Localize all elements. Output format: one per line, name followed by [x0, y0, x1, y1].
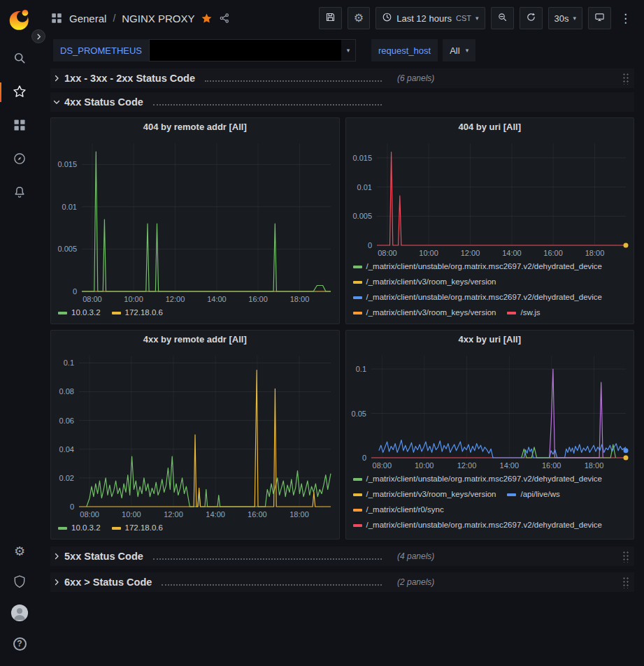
chevron-down-icon	[50, 98, 63, 106]
drag-handle-icon[interactable]	[622, 577, 630, 588]
legend-item[interactable]: /_matrix/client/unstable/org.matrix.msc2…	[353, 520, 603, 530]
legend-item[interactable]: /_matrix/client/v3/room_keys/version	[353, 307, 496, 318]
svg-text:0: 0	[73, 287, 77, 296]
breadcrumb-separator: /	[113, 13, 115, 24]
legend-item[interactable]: /_matrix/client/r0/sync	[353, 505, 444, 515]
row-title: 5xx Status Code	[64, 551, 143, 562]
panel-title[interactable]: 4xx by remote addr [All]	[51, 331, 339, 349]
legend-item[interactable]: 10.0.3.2	[58, 307, 101, 318]
svg-text:0.05: 0.05	[351, 410, 366, 418]
svg-text:10:00: 10:00	[122, 510, 141, 519]
svg-text:0: 0	[362, 454, 366, 462]
panel-title[interactable]: 404 by uri [All]	[346, 118, 634, 136]
sidebar-item-configuration[interactable]: ⚙	[0, 540, 39, 563]
timeseries-chart[interactable]: 08:0010:0012:0014:0016:0018:0000.020.040…	[51, 349, 339, 521]
svg-text:0.015: 0.015	[57, 160, 77, 168]
legend-swatch	[507, 312, 516, 314]
refresh-button[interactable]	[520, 7, 543, 29]
star-icon	[13, 85, 27, 101]
row-leader-dots	[162, 579, 382, 586]
favorite-star-icon[interactable]	[201, 13, 213, 24]
legend-label: /_matrix/client/unstable/org.matrix.msc2…	[366, 261, 603, 272]
legend-item[interactable]: /_matrix/client/v3/room_keys/version	[353, 489, 496, 500]
save-dashboard-button[interactable]	[319, 7, 342, 29]
legend-item[interactable]: /_matrix/client/unstable/org.matrix.msc2…	[353, 261, 603, 272]
chevron-down-icon: ▾	[573, 15, 576, 22]
tv-mode-button[interactable]	[588, 7, 611, 29]
breadcrumb: General / NGINX PROXY	[50, 12, 230, 24]
svg-text:0.01: 0.01	[62, 203, 77, 211]
save-icon	[325, 12, 336, 24]
dashboard-settings-button[interactable]: ⚙	[348, 7, 370, 29]
svg-text:08:00: 08:00	[372, 461, 392, 470]
variable-label-ds-prometheus[interactable]: DS_PROMETHEUS	[53, 39, 149, 61]
legend-item[interactable]: /_matrix/client/unstable/org.matrix.msc2…	[353, 292, 603, 303]
row-title: 4xx Status Code	[64, 96, 143, 108]
legend-item[interactable]: /_matrix/client/v3/room_keys/version	[353, 277, 496, 287]
sidebar-item-server-admin[interactable]	[0, 571, 39, 593]
timeseries-chart[interactable]: 08:0010:0012:0014:0016:0018:0000.050.1	[346, 349, 634, 472]
svg-text:0.06: 0.06	[59, 417, 74, 425]
time-range-picker[interactable]: Last 12 hours CST ▾	[375, 7, 485, 29]
panel-title[interactable]: 4xx by uri [All]	[346, 331, 634, 349]
svg-text:0.005: 0.005	[57, 245, 77, 253]
panel-404-by-uri: 404 by uri [All] 08:0010:0012:0014:0016:…	[345, 117, 635, 324]
panel-legend: /_matrix/client/unstable/org.matrix.msc2…	[346, 259, 634, 324]
svg-text:18:00: 18:00	[289, 510, 309, 519]
legend-item[interactable]: 10.0.3.2	[58, 523, 101, 533]
svg-text:0.08: 0.08	[59, 387, 74, 396]
grafana-logo-icon[interactable]	[6, 6, 33, 32]
legend-item[interactable]: 172.18.0.6	[112, 307, 163, 318]
timeseries-chart[interactable]: 08:0010:0012:0014:0016:0018:0000.0050.01…	[51, 136, 339, 305]
svg-text:12:00: 12:00	[166, 295, 185, 303]
legend-item[interactable]: 172.18.0.6	[112, 523, 163, 533]
sidebar-item-dashboards[interactable]	[0, 115, 39, 137]
sidebar-item-starred[interactable]	[0, 81, 39, 103]
drag-handle-icon[interactable]	[622, 73, 630, 85]
svg-text:10:00: 10:00	[419, 249, 438, 257]
row-5xx[interactable]: 5xx Status Code (4 panels)	[50, 546, 634, 566]
svg-text:10:00: 10:00	[124, 295, 143, 303]
legend-swatch	[353, 509, 362, 512]
chevron-down-icon: ▾	[475, 15, 479, 22]
legend-item[interactable]: /api/live/ws	[507, 489, 559, 500]
variable-select-request-host[interactable]: All ▾	[443, 39, 475, 61]
row-4xx[interactable]: 4xx Status Code	[50, 92, 634, 112]
variable-label-request-host[interactable]: request_host	[371, 39, 438, 61]
sidebar-bottom-group: ⚙	[0, 536, 39, 659]
kebab-menu-button[interactable]: ⋮	[617, 11, 634, 26]
sidebar-search-button[interactable]	[0, 48, 39, 70]
drag-handle-icon[interactable]	[622, 551, 630, 563]
variable-select-ds-prometheus[interactable]: ▾	[149, 39, 356, 61]
chevron-right-icon	[50, 578, 63, 586]
sidebar-expand-button[interactable]	[31, 29, 45, 43]
svg-text:16:00: 16:00	[541, 461, 561, 470]
monitor-icon	[594, 12, 605, 24]
zoom-out-button[interactable]	[491, 7, 514, 29]
legend-item[interactable]: /_matrix/client/unstable/org.matrix.msc2…	[353, 474, 603, 484]
row-6xx[interactable]: 6xx > Status Code (2 panels)	[50, 572, 634, 592]
shield-icon	[13, 574, 27, 591]
sidebar-item-explore[interactable]	[0, 148, 39, 171]
legend-label: /_matrix/client/v3/room_keys/version	[366, 489, 496, 500]
user-avatar[interactable]	[0, 602, 39, 624]
breadcrumb-folder[interactable]: General	[69, 13, 106, 24]
svg-text:0.02: 0.02	[59, 474, 74, 482]
sidebar-item-alerting[interactable]	[0, 182, 39, 204]
dashboard-title[interactable]: NGINX PROXY	[122, 13, 194, 24]
row-panel-count: (2 panels)	[397, 577, 434, 587]
refresh-interval-picker[interactable]: 30s ▾	[548, 7, 583, 29]
share-icon[interactable]	[219, 13, 230, 24]
svg-text:0.01: 0.01	[357, 183, 371, 191]
legend-item[interactable]: /sw.js	[507, 307, 540, 318]
compass-icon	[13, 152, 27, 168]
timeseries-chart[interactable]: 08:0010:0012:0014:0016:0018:0000.0050.01…	[346, 136, 634, 259]
legend-swatch	[353, 296, 362, 299]
legend-label: /_matrix/client/unstable/org.matrix.msc2…	[366, 520, 603, 530]
panel-title[interactable]: 404 by remote addr [All]	[51, 118, 339, 136]
row-1xx-3xx-2xx[interactable]: 1xx - 3xx - 2xx Status Code (6 panels)	[50, 68, 634, 88]
zoom-out-icon	[497, 12, 508, 24]
svg-text:10:00: 10:00	[414, 461, 434, 470]
sidebar-item-help[interactable]: ?	[0, 632, 39, 655]
chevron-down-icon: ▾	[466, 48, 469, 54]
